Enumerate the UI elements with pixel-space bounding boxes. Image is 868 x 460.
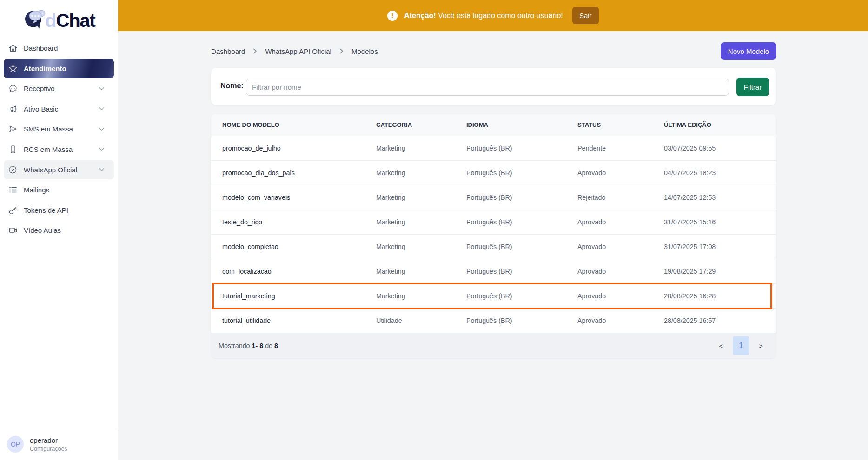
svg-text:d: d [45, 10, 56, 31]
svg-text:Chat: Chat [56, 10, 96, 31]
